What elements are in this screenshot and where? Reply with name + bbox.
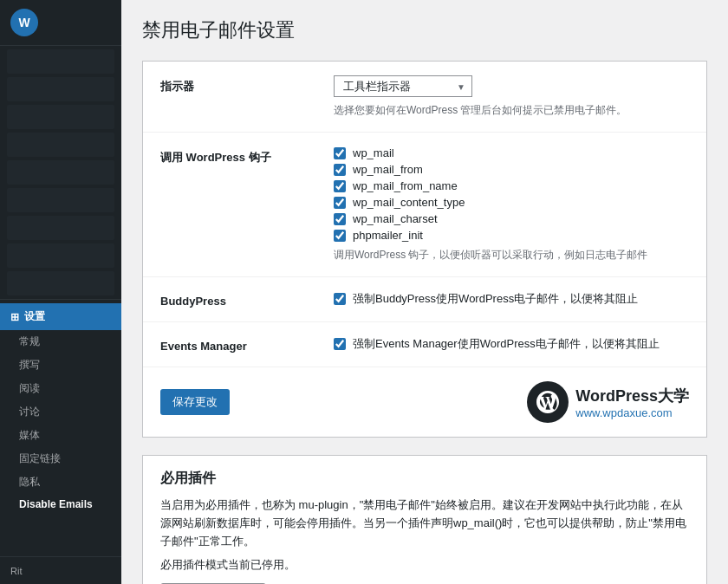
events-manager-field: 强制Events Manager使用WordPress电子邮件，以便将其阻止 bbox=[334, 336, 689, 352]
wp-logo-icon: W bbox=[10, 9, 38, 36]
footer-row: 保存更改 WordPress大学 www.wpdaxue.com bbox=[143, 367, 706, 437]
indicator-select[interactable]: 工具栏指示器 bbox=[334, 75, 472, 97]
hook-phpmailer-init: phpmailer_init bbox=[334, 229, 689, 242]
mu-plugin-section: 必用插件 当启用为必用插件，也称为 mu-plugin，"禁用电子邮件"始终被启… bbox=[142, 455, 707, 584]
hook-phpmailer-init-label: phpmailer_init bbox=[353, 229, 423, 242]
sidebar-item-permalinks[interactable]: 固定链接 bbox=[0, 447, 121, 470]
sidebar-logo: W bbox=[0, 0, 121, 46]
sidebar-discussion-label: 讨论 bbox=[19, 406, 40, 418]
sidebar-item-settings[interactable]: ⊞ 设置 bbox=[0, 303, 121, 330]
sidebar-item-general[interactable]: 常规 bbox=[0, 330, 121, 354]
hook-wp-mail-content-type: wp_mail_content_type bbox=[334, 196, 689, 209]
indicator-desc: 选择您要如何在WordPress 管理后台如何提示已禁用电子邮件。 bbox=[334, 102, 689, 118]
buddypress-checkbox[interactable] bbox=[334, 293, 346, 305]
sidebar-writing-label: 撰写 bbox=[19, 359, 40, 371]
hook-phpmailer-init-checkbox[interactable] bbox=[334, 230, 346, 242]
save-button[interactable]: 保存更改 bbox=[160, 389, 230, 415]
sidebar-item-reading[interactable]: 阅读 bbox=[0, 377, 121, 400]
sidebar-general-label: 常规 bbox=[19, 335, 40, 347]
sidebar-mock-7 bbox=[7, 216, 114, 240]
hooks-field: wp_mail wp_mail_from wp_mail_from_name w… bbox=[334, 146, 689, 263]
hooks-row: 调用 WordPress 钩子 wp_mail wp_mail_from wp_… bbox=[143, 133, 706, 277]
buddypress-value: 强制BuddyPress使用WordPress电子邮件，以便将其阻止 bbox=[353, 291, 638, 307]
sidebar-bottom: Rit bbox=[0, 556, 121, 584]
hook-wp-mail-charset-checkbox[interactable] bbox=[334, 213, 346, 225]
sidebar-mock-5 bbox=[7, 160, 114, 185]
sidebar-item-disable-emails[interactable]: Disable Emails bbox=[0, 494, 121, 515]
hook-wp-mail-from-checkbox[interactable] bbox=[334, 164, 346, 176]
sidebar-mock-9 bbox=[7, 271, 114, 295]
buddypress-row: BuddyPress 强制BuddyPress使用WordPress电子邮件，以… bbox=[143, 277, 706, 322]
hook-wp-mail-from-name-label: wp_mail_from_name bbox=[353, 179, 458, 192]
hook-wp-mail-from-name: wp_mail_from_name bbox=[334, 179, 689, 192]
hook-wp-mail: wp_mail bbox=[334, 146, 689, 159]
sidebar-divider bbox=[0, 299, 121, 300]
hook-wp-mail-from: wp_mail_from bbox=[334, 163, 689, 176]
indicator-label: 指示器 bbox=[160, 75, 334, 94]
hook-wp-mail-label: wp_mail bbox=[353, 146, 394, 159]
buddypress-label: BuddyPress bbox=[160, 291, 334, 308]
sidebar-item-media[interactable]: 媒体 bbox=[0, 424, 121, 447]
sidebar-mock-3 bbox=[7, 105, 114, 129]
settings-icon: ⊞ bbox=[10, 311, 19, 323]
buddypress-field: 强制BuddyPress使用WordPress电子邮件，以便将其阻止 bbox=[334, 291, 689, 307]
sidebar-mock-4 bbox=[7, 133, 114, 157]
sidebar-item-privacy[interactable]: 隐私 bbox=[0, 470, 121, 494]
sidebar-privacy-label: 隐私 bbox=[19, 476, 40, 488]
hook-wp-mail-from-label: wp_mail_from bbox=[353, 163, 423, 176]
sidebar-mock-1 bbox=[7, 49, 114, 74]
wp-brand: WordPress大学 www.wpdaxue.com bbox=[527, 381, 689, 423]
hook-wp-mail-from-name-checkbox[interactable] bbox=[334, 180, 346, 192]
hook-wp-mail-charset: wp_mail_charset bbox=[334, 212, 689, 225]
events-manager-label: Events Manager bbox=[160, 336, 334, 353]
sidebar-settings-label: 设置 bbox=[24, 309, 45, 324]
hook-wp-mail-charset-label: wp_mail_charset bbox=[353, 212, 438, 225]
events-manager-value: 强制Events Manager使用WordPress电子邮件，以便将其阻止 bbox=[353, 336, 660, 352]
mu-plugin-status: 必用插件模式当前已停用。 bbox=[160, 557, 689, 573]
settings-form: 指示器 工具栏指示器 ▼ 选择您要如何在WordPress 管理后台如何提示已禁… bbox=[142, 61, 707, 438]
indicator-field: 工具栏指示器 ▼ 选择您要如何在WordPress 管理后台如何提示已禁用电子邮… bbox=[334, 75, 689, 118]
sidebar-disable-emails-label: Disable Emails bbox=[19, 498, 93, 510]
sidebar-permalinks-label: 固定链接 bbox=[19, 452, 61, 464]
mu-plugin-desc: 当启用为必用插件，也称为 mu-plugin，"禁用电子邮件"始终被启用。建议在… bbox=[160, 496, 689, 550]
hook-wp-mail-content-type-checkbox[interactable] bbox=[334, 197, 346, 209]
hook-wp-mail-content-type-label: wp_mail_content_type bbox=[353, 196, 465, 209]
hooks-label: 调用 WordPress 钩子 bbox=[160, 146, 334, 165]
wp-brand-name: WordPress大学 bbox=[575, 386, 689, 406]
wp-brand-logo bbox=[527, 381, 569, 423]
wordpress-icon bbox=[534, 388, 562, 416]
wp-brand-text: WordPress大学 www.wpdaxue.com bbox=[575, 386, 689, 419]
wp-brand-url: www.wpdaxue.com bbox=[575, 406, 689, 419]
page-title: 禁用电子邮件设置 bbox=[142, 17, 707, 43]
hooks-desc: 调用WordPress 钩子，以便侦听器可以采取行动，例如日志电子邮件 bbox=[334, 247, 689, 263]
events-manager-checkbox-row: 强制Events Manager使用WordPress电子邮件，以便将其阻止 bbox=[334, 336, 689, 352]
sidebar-reading-label: 阅读 bbox=[19, 382, 40, 394]
indicator-select-wrapper: 工具栏指示器 ▼ bbox=[334, 75, 472, 97]
sidebar-mock-6 bbox=[7, 188, 114, 212]
buddypress-checkbox-row: 强制BuddyPress使用WordPress电子邮件，以便将其阻止 bbox=[334, 291, 689, 307]
sidebar-nav: ⊞ 设置 常规 撰写 阅读 讨论 媒体 固定链接 隐私 Disable Emai… bbox=[0, 46, 121, 556]
sidebar-item-discussion[interactable]: 讨论 bbox=[0, 400, 121, 424]
mu-plugin-title: 必用插件 bbox=[160, 470, 689, 488]
main-content: 禁用电子邮件设置 指示器 工具栏指示器 ▼ 选择您要如何在WordPress 管… bbox=[121, 0, 728, 584]
events-manager-row: Events Manager 强制Events Manager使用WordPre… bbox=[143, 322, 706, 367]
sidebar-mock-2 bbox=[7, 77, 114, 101]
hook-wp-mail-checkbox[interactable] bbox=[334, 147, 346, 159]
sidebar-bottom-text: Rit bbox=[10, 566, 22, 576]
sidebar-item-writing[interactable]: 撰写 bbox=[0, 354, 121, 377]
indicator-row: 指示器 工具栏指示器 ▼ 选择您要如何在WordPress 管理后台如何提示已禁… bbox=[143, 62, 706, 133]
sidebar: W ⊞ 设置 常规 撰写 阅读 讨论 媒体 固定链接 bbox=[0, 0, 121, 584]
sidebar-mock-8 bbox=[7, 243, 114, 268]
sidebar-media-label: 媒体 bbox=[19, 429, 40, 441]
events-manager-checkbox[interactable] bbox=[334, 338, 346, 350]
